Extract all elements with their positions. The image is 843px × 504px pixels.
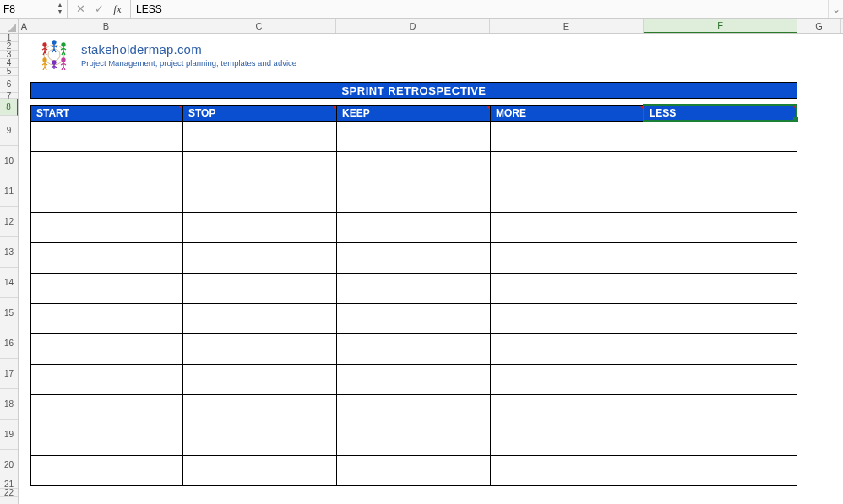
row-header-13[interactable]: 13 xyxy=(0,237,18,268)
cell[interactable] xyxy=(644,365,797,395)
cell[interactable] xyxy=(182,182,336,213)
cell[interactable] xyxy=(490,243,644,274)
cell[interactable] xyxy=(182,122,336,152)
cell[interactable] xyxy=(30,334,182,365)
comment-indicator-icon[interactable] xyxy=(792,106,797,110)
hdr-start[interactable]: START xyxy=(30,105,182,122)
cell[interactable] xyxy=(644,243,797,274)
cell[interactable] xyxy=(644,456,797,486)
cell[interactable] xyxy=(182,213,336,243)
cell[interactable] xyxy=(336,395,490,425)
row-header-9[interactable]: 9 xyxy=(0,116,18,146)
cell[interactable] xyxy=(30,425,182,456)
select-all-corner[interactable] xyxy=(0,19,19,33)
row-header-20[interactable]: 20 xyxy=(0,450,18,480)
cell[interactable] xyxy=(30,304,182,334)
hdr-stop[interactable]: STOP xyxy=(182,105,336,122)
cell[interactable] xyxy=(490,152,644,182)
col-header-D[interactable]: D xyxy=(336,19,490,33)
cell[interactable] xyxy=(490,274,644,304)
cell[interactable] xyxy=(490,213,644,243)
col-header-A[interactable]: A xyxy=(19,19,30,33)
cell[interactable] xyxy=(30,213,182,243)
col-header-C[interactable]: C xyxy=(182,19,336,33)
cell[interactable] xyxy=(490,122,644,152)
cell[interactable] xyxy=(336,182,490,213)
cell[interactable] xyxy=(644,274,797,304)
cell[interactable] xyxy=(336,152,490,182)
cell[interactable] xyxy=(490,425,644,456)
row-header-17[interactable]: 17 xyxy=(0,359,18,389)
cell[interactable] xyxy=(336,274,490,304)
cell[interactable] xyxy=(644,122,797,152)
row-header-11[interactable]: 11 xyxy=(0,176,18,207)
name-box[interactable]: ▲ ▼ xyxy=(0,0,68,18)
cell[interactable] xyxy=(490,304,644,334)
cell[interactable] xyxy=(182,243,336,274)
confirm-formula-button[interactable]: ✓ xyxy=(93,3,105,15)
cell[interactable] xyxy=(490,395,644,425)
cell[interactable] xyxy=(30,152,182,182)
row-header-18[interactable]: 18 xyxy=(0,389,18,420)
cells-area[interactable]: stakeholdermap.com Project Management, p… xyxy=(19,34,843,504)
cell[interactable] xyxy=(336,456,490,486)
cell[interactable] xyxy=(30,122,182,152)
cell[interactable] xyxy=(30,395,182,425)
formula-input[interactable] xyxy=(131,2,828,17)
row-header-8[interactable]: 8 xyxy=(0,99,18,116)
cell[interactable] xyxy=(336,365,490,395)
cell[interactable] xyxy=(182,425,336,456)
cell[interactable] xyxy=(336,243,490,274)
cell[interactable] xyxy=(644,152,797,182)
row-header-12[interactable]: 12 xyxy=(0,207,18,237)
hdr-keep[interactable]: KEEP xyxy=(336,105,490,122)
cell[interactable] xyxy=(30,274,182,304)
cell[interactable] xyxy=(182,152,336,182)
cell[interactable] xyxy=(644,425,797,456)
cell[interactable] xyxy=(644,395,797,425)
stepper-down-icon[interactable]: ▼ xyxy=(55,8,65,15)
cell[interactable] xyxy=(30,456,182,486)
cell[interactable] xyxy=(644,182,797,213)
cell[interactable] xyxy=(490,365,644,395)
cell[interactable] xyxy=(336,213,490,243)
cell[interactable] xyxy=(30,243,182,274)
row-header-10[interactable]: 10 xyxy=(0,146,18,176)
cell[interactable] xyxy=(490,334,644,365)
hdr-more[interactable]: MORE xyxy=(490,105,644,122)
row-header-7[interactable]: 7 xyxy=(0,93,18,99)
cell[interactable] xyxy=(30,365,182,395)
col-header-G[interactable]: G xyxy=(797,19,841,33)
cell[interactable] xyxy=(182,274,336,304)
cell[interactable] xyxy=(336,334,490,365)
cell[interactable] xyxy=(644,334,797,365)
row-header-19[interactable]: 19 xyxy=(0,420,18,450)
cell[interactable] xyxy=(182,395,336,425)
row-header-5[interactable]: 5 xyxy=(0,68,18,76)
cell[interactable] xyxy=(182,365,336,395)
cell[interactable] xyxy=(490,182,644,213)
col-header-F[interactable]: F xyxy=(644,19,797,33)
row-header-14[interactable]: 14 xyxy=(0,268,18,298)
col-header-B[interactable]: B xyxy=(30,19,182,33)
cell[interactable] xyxy=(336,304,490,334)
hdr-less[interactable]: LESS xyxy=(644,105,797,122)
cell[interactable] xyxy=(490,456,644,486)
cell[interactable] xyxy=(182,304,336,334)
cell[interactable] xyxy=(182,456,336,486)
row-header-16[interactable]: 16 xyxy=(0,328,18,359)
stepper-up-icon[interactable]: ▲ xyxy=(55,2,65,8)
name-box-input[interactable] xyxy=(0,2,51,17)
cancel-formula-button[interactable]: ✕ xyxy=(74,3,86,15)
col-header-E[interactable]: E xyxy=(490,19,644,33)
insert-function-button[interactable]: fx xyxy=(111,3,123,16)
name-box-stepper[interactable]: ▲ ▼ xyxy=(55,2,65,17)
row-header-15[interactable]: 15 xyxy=(0,298,18,328)
row-header-22[interactable]: 22 xyxy=(0,489,18,497)
cell[interactable] xyxy=(336,122,490,152)
cell[interactable] xyxy=(30,182,182,213)
cell[interactable] xyxy=(336,425,490,456)
expand-formula-bar-button[interactable]: ⌄ xyxy=(828,0,843,18)
cell[interactable] xyxy=(644,304,797,334)
cell[interactable] xyxy=(644,213,797,243)
